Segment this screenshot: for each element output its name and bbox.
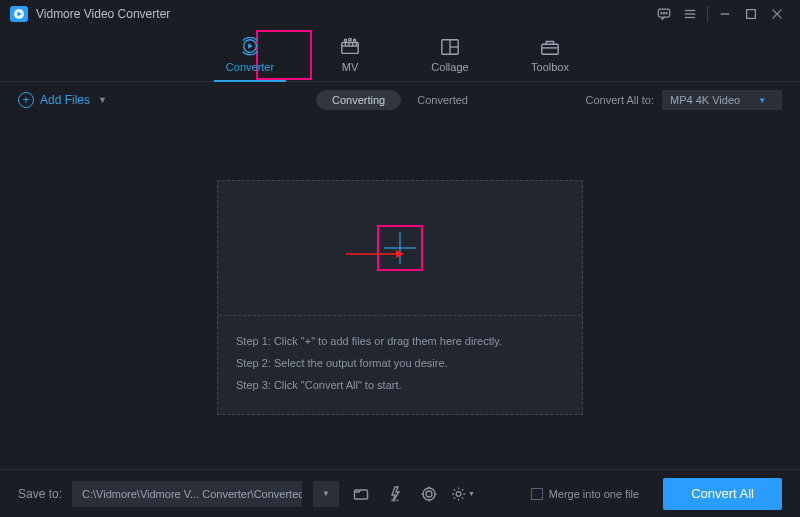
tab-mv[interactable]: MV xyxy=(318,28,382,81)
chevron-down-icon: ▼ xyxy=(468,490,475,497)
svg-point-36 xyxy=(423,488,435,500)
checkbox-icon xyxy=(531,488,543,500)
feedback-icon[interactable] xyxy=(651,0,677,28)
annotation-arrow xyxy=(346,245,404,251)
svg-rect-27 xyxy=(542,44,558,54)
status-segment: Converting Converted xyxy=(316,90,484,110)
app-title: Vidmore Video Converter xyxy=(36,7,170,21)
merge-checkbox[interactable]: Merge into one file xyxy=(531,488,640,500)
add-files-button[interactable]: + Add Files ▼ xyxy=(18,92,107,108)
svg-marker-30 xyxy=(396,250,404,258)
svg-point-3 xyxy=(661,13,662,14)
svg-point-42 xyxy=(456,491,461,496)
mv-icon xyxy=(339,37,361,57)
tab-label: Toolbox xyxy=(531,61,569,73)
sub-toolbar: + Add Files ▼ Converting Converted Conve… xyxy=(0,82,800,118)
convert-all-to-label: Convert All to: xyxy=(586,94,654,106)
chevron-down-icon: ▼ xyxy=(758,96,766,105)
hardware-accel-icon[interactable]: OFF xyxy=(383,482,407,506)
maximize-icon[interactable] xyxy=(738,0,764,28)
footer: Save to: C:\Vidmore\Vidmore V... Convert… xyxy=(0,469,800,517)
svg-point-21 xyxy=(349,38,352,41)
menu-icon[interactable] xyxy=(677,0,703,28)
svg-point-4 xyxy=(663,13,664,14)
segment-converting[interactable]: Converting xyxy=(316,90,401,110)
svg-text:OFF: OFF xyxy=(391,497,400,502)
svg-rect-10 xyxy=(747,10,756,19)
svg-point-37 xyxy=(426,491,432,497)
main-tabs: Converter MV Collage Toolbox xyxy=(0,28,800,82)
segment-converted[interactable]: Converted xyxy=(401,90,484,110)
step-2: Step 2: Select the output format you des… xyxy=(236,352,564,374)
collage-icon xyxy=(439,37,461,57)
toolbox-icon xyxy=(539,37,561,57)
settings-icon[interactable]: ▼ xyxy=(451,482,475,506)
save-to-label: Save to: xyxy=(18,487,62,501)
format-value: MP4 4K Video xyxy=(670,94,740,106)
merge-label: Merge into one file xyxy=(549,488,640,500)
convert-all-to: Convert All to: MP4 4K Video ▼ xyxy=(586,90,782,110)
svg-point-22 xyxy=(344,39,346,41)
dropzone[interactable]: Step 1: Click "+" to add files or drag t… xyxy=(217,180,583,415)
titlebar: Vidmore Video Converter xyxy=(0,0,800,28)
add-files-label: Add Files xyxy=(40,93,90,107)
high-speed-icon[interactable] xyxy=(417,482,441,506)
tab-toolbox[interactable]: Toolbox xyxy=(518,28,582,81)
minimize-icon[interactable] xyxy=(712,0,738,28)
step-3: Step 3: Click "Convert All" to start. xyxy=(236,374,564,396)
app-logo xyxy=(10,6,28,22)
open-folder-icon[interactable] xyxy=(349,482,373,506)
tab-label: Converter xyxy=(226,61,274,73)
svg-marker-14 xyxy=(248,43,253,48)
svg-point-23 xyxy=(353,39,355,41)
tab-converter[interactable]: Converter xyxy=(218,28,282,81)
close-icon[interactable] xyxy=(764,0,790,28)
save-path-dropdown[interactable]: ▼ xyxy=(313,481,339,507)
main-stage: Step 1: Click "+" to add files or drag t… xyxy=(0,118,800,469)
tab-collage[interactable]: Collage xyxy=(418,28,482,81)
convert-all-button[interactable]: Convert All xyxy=(663,478,782,510)
converter-icon xyxy=(239,37,261,57)
divider xyxy=(707,6,708,22)
svg-point-5 xyxy=(666,13,667,14)
dropzone-instructions: Step 1: Click "+" to add files or drag t… xyxy=(218,315,582,414)
save-path-field[interactable]: C:\Vidmore\Vidmore V... Converter\Conver… xyxy=(72,481,302,507)
plus-icon: + xyxy=(18,92,34,108)
format-select[interactable]: MP4 4K Video ▼ xyxy=(662,90,782,110)
dropzone-top xyxy=(218,181,582,315)
step-1: Step 1: Click "+" to add files or drag t… xyxy=(236,330,564,352)
tab-label: Collage xyxy=(431,61,468,73)
chevron-down-icon: ▼ xyxy=(98,95,107,105)
tab-label: MV xyxy=(342,61,359,73)
